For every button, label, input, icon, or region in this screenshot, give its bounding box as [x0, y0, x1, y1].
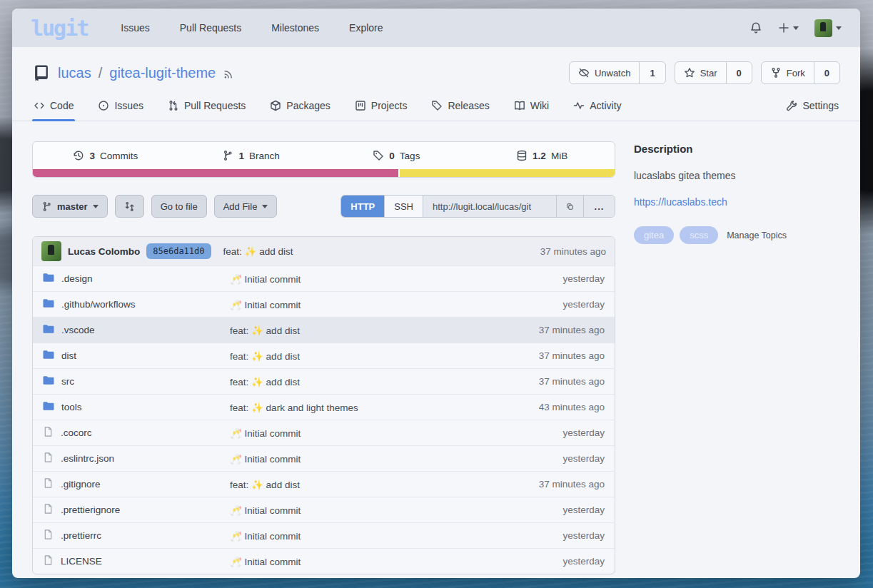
file-commit-time: 37 minutes ago	[539, 350, 605, 361]
file-commit-message-link[interactable]: 🥂 Initial commit	[230, 299, 562, 310]
fork-count[interactable]: 0	[814, 62, 839, 83]
compare-branches-button[interactable]	[115, 195, 144, 218]
chevron-down-icon	[836, 26, 842, 30]
table-row[interactable]: .cocorc 🥂 Initial commit yesterday	[33, 420, 615, 445]
description-heading: Description	[634, 143, 840, 155]
tab-settings[interactable]: Settings	[784, 100, 840, 121]
file-name-link[interactable]: .prettierignore	[61, 505, 120, 515]
tab-activity[interactable]: Activity	[572, 100, 622, 121]
commits-count[interactable]: 3Commits	[33, 150, 178, 161]
star-button[interactable]: Star 0	[675, 61, 752, 84]
file-name-link[interactable]: src	[61, 376, 74, 387]
file-name-link[interactable]: LICENSE	[61, 556, 102, 567]
create-new-button[interactable]	[778, 22, 799, 34]
file-name-link[interactable]: dist	[61, 350, 76, 361]
file-name-link[interactable]: tools	[61, 402, 82, 412]
file-name-link[interactable]: .cocorc	[61, 427, 92, 438]
branches-count[interactable]: 1Branch	[178, 150, 324, 161]
user-menu[interactable]	[814, 19, 842, 37]
file-commit-time: yesterday	[562, 427, 605, 438]
folder-icon	[43, 298, 54, 311]
table-row[interactable]: .vscode feat: ✨ add dist 37 minutes ago	[33, 317, 615, 343]
file-commit-message-link[interactable]: feat: ✨ add dist	[230, 376, 539, 387]
file-commit-message-link[interactable]: 🥂 Initial commit	[230, 505, 562, 516]
watch-count[interactable]: 1	[639, 62, 665, 83]
file-commit-time: 43 minutes ago	[539, 402, 605, 412]
file-name-link[interactable]: .prettierrc	[61, 530, 101, 541]
file-commit-message-link[interactable]: feat: ✨ add dist	[230, 479, 539, 490]
folder-icon	[43, 272, 54, 285]
table-row[interactable]: src feat: ✨ add dist 37 minutes ago	[33, 368, 615, 394]
table-row[interactable]: .prettierrc 🥂 Initial commit yesterday	[33, 522, 615, 548]
file-commit-message-link[interactable]: feat: ✨ dark and light themes	[230, 402, 539, 413]
file-commit-message-link[interactable]: feat: ✨ add dist	[230, 350, 539, 362]
table-row[interactable]: .github/workflows 🥂 Initial commit yeste…	[33, 291, 615, 317]
file-commit-message-link[interactable]: 🥂 Initial commit	[230, 530, 562, 542]
notifications-bell-icon[interactable]	[750, 21, 762, 34]
tab-releases[interactable]: Releases	[430, 100, 490, 121]
clone-url-field[interactable]: http://lugit.local/lucas/git	[423, 196, 556, 217]
file-name-link[interactable]: .vscode	[61, 325, 95, 335]
tags-count[interactable]: 0Tags	[324, 150, 470, 161]
nav-item-pull-requests[interactable]: Pull Requests	[180, 22, 241, 34]
clone-more-button[interactable]: ...	[583, 196, 615, 217]
add-file-button[interactable]: Add File	[214, 195, 278, 218]
copy-url-button[interactable]	[556, 196, 583, 217]
tab-code[interactable]: Code	[32, 100, 75, 121]
file-commit-time: yesterday	[562, 299, 605, 310]
table-row[interactable]: LICENSE 🥂 Initial commit yesterday	[33, 548, 615, 574]
tab-wiki[interactable]: Wiki	[513, 100, 550, 121]
browser-window: lugit Issues Pull Requests Milestones Ex…	[12, 9, 860, 578]
tab-packages[interactable]: Packages	[268, 100, 331, 121]
file-commit-message-link[interactable]: 🥂 Initial commit	[230, 556, 562, 567]
tab-projects[interactable]: Projects	[353, 100, 409, 121]
file-name-link[interactable]: .eslintrc.json	[61, 453, 114, 464]
clone-ssh-button[interactable]: SSH	[384, 196, 423, 217]
commit-message[interactable]: feat: ✨ add dist	[223, 245, 293, 257]
branch-selector[interactable]: master	[32, 195, 108, 218]
table-row[interactable]: .design 🥂 Initial commit yesterday	[33, 265, 615, 291]
file-name-link[interactable]: .design	[61, 273, 93, 284]
topic-gitea[interactable]: gitea	[634, 226, 674, 244]
rss-icon[interactable]	[223, 67, 235, 79]
table-row[interactable]: .prettierignore 🥂 Initial commit yesterd…	[33, 497, 615, 522]
fork-button[interactable]: Fork 0	[761, 61, 840, 84]
repo-owner-link[interactable]: lucas	[58, 65, 91, 81]
repo-separator: /	[99, 65, 103, 81]
file-commit-message-link[interactable]: feat: ✨ add dist	[230, 325, 539, 336]
tab-pull-requests[interactable]: Pull Requests	[166, 100, 247, 121]
file-name-link[interactable]: .gitignore	[61, 479, 101, 490]
unwatch-button[interactable]: Unwatch 1	[569, 61, 666, 84]
language-bar[interactable]	[33, 169, 615, 177]
file-commit-message-link[interactable]: 🥂 Initial commit	[230, 453, 562, 465]
file-commit-time: yesterday	[562, 273, 605, 284]
table-row[interactable]: tools feat: ✨ dark and light themes 43 m…	[33, 394, 615, 420]
site-logo[interactable]: lugit	[31, 16, 88, 41]
nav-item-milestones[interactable]: Milestones	[271, 22, 319, 34]
repo-name-link[interactable]: gitea-lugit-theme	[109, 65, 216, 81]
manage-topics-button[interactable]: Manage Topics	[727, 230, 787, 240]
star-count[interactable]: 0	[726, 62, 752, 83]
commit-author-avatar[interactable]	[41, 241, 61, 261]
topic-scss[interactable]: scss	[680, 226, 718, 244]
file-commit-message-link[interactable]: 🥂 Initial commit	[230, 273, 562, 285]
nav-item-issues[interactable]: Issues	[121, 22, 149, 34]
tab-label: Activity	[590, 100, 621, 111]
commit-author-name[interactable]: Lucas Colombo	[68, 246, 140, 257]
go-to-file-button[interactable]: Go to file	[151, 195, 207, 218]
top-navbar: lugit Issues Pull Requests Milestones Ex…	[12, 9, 860, 47]
file-icon	[43, 529, 54, 542]
file-commit-message-link[interactable]: 🥂 Initial commit	[230, 427, 562, 439]
table-row[interactable]: .eslintrc.json 🥂 Initial commit yesterda…	[33, 445, 615, 471]
file-commit-time: 37 minutes ago	[539, 376, 605, 387]
repo-size[interactable]: 1.2MiB	[469, 150, 615, 161]
clone-http-button[interactable]: HTTP	[341, 196, 384, 217]
commit-hash-badge[interactable]: 85e6da11d0	[146, 243, 211, 259]
table-row[interactable]: .gitignore feat: ✨ add dist 37 minutes a…	[33, 471, 615, 497]
tab-issues[interactable]: Issues	[96, 100, 144, 121]
file-name-link[interactable]: .github/workflows	[61, 299, 136, 310]
file-list: .design 🥂 Initial commit yesterday .gith…	[33, 265, 615, 574]
website-link[interactable]: https://lucaslabs.tech	[634, 196, 840, 208]
nav-item-explore[interactable]: Explore	[349, 22, 383, 34]
table-row[interactable]: dist feat: ✨ add dist 37 minutes ago	[33, 343, 615, 368]
